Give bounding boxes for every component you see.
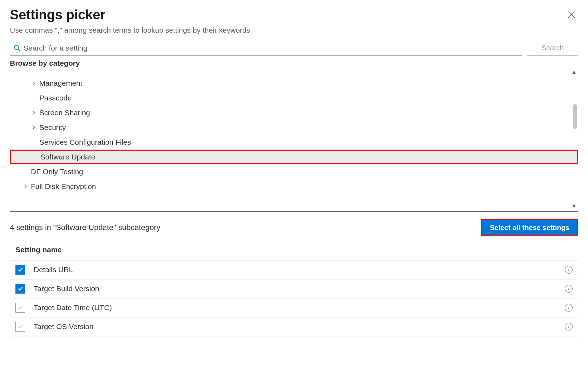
scroll-up-arrow[interactable]: ▲ [571,69,577,75]
setting-checkbox[interactable] [15,265,25,275]
category-label: Full Disk Encryption [31,182,96,191]
setting-row: Target Date Time (UTC)i [10,299,578,317]
svg-line-3 [18,49,20,51]
category-label: Services Configuration Files [39,138,131,146]
setting-checkbox[interactable] [15,303,25,313]
category-item[interactable]: Management [10,76,578,91]
category-label: Passcode [39,94,72,102]
scroll-down-arrow[interactable]: ▼ [571,203,577,209]
category-item[interactable]: Passcode [10,91,578,105]
close-icon [568,11,575,19]
chevron-right-icon [21,184,29,189]
category-label: DF Only Testing [31,168,83,176]
setting-name-column-header: Setting name [10,245,578,261]
setting-row: Details URLi [10,261,578,280]
setting-checkbox[interactable] [15,322,25,332]
setting-name-label: Target Date Time (UTC) [34,303,565,312]
info-icon[interactable]: i [565,266,573,274]
category-item[interactable]: Security [10,120,578,135]
setting-row: Target OS Versioni [10,317,578,336]
info-icon[interactable]: i [565,304,573,312]
search-button[interactable]: Search [527,41,578,55]
browse-by-category-label: Browse by category [10,59,578,67]
setting-name-label: Target OS Version [34,322,565,331]
page-subtitle: Use commas "," among search terms to loo… [10,26,578,34]
info-icon[interactable]: i [565,323,573,330]
chevron-right-icon [29,125,38,130]
setting-row: Target Build Versioni [10,280,578,299]
category-label: Software Update [40,153,95,161]
search-input[interactable] [24,44,518,52]
chevron-right-icon [29,81,38,85]
setting-name-label: Target Build Version [34,284,565,293]
scroll-thumb[interactable] [573,104,577,129]
category-label: Security [39,123,66,132]
category-item[interactable]: Services Configuration Files [10,135,578,150]
category-item[interactable]: Software Update [10,150,578,164]
svg-point-2 [14,45,19,50]
info-icon[interactable]: i [565,285,573,293]
search-input-container[interactable] [10,41,522,55]
setting-checkbox[interactable] [15,284,25,294]
chevron-right-icon [29,111,38,115]
category-item[interactable]: DF Only Testing [10,164,578,179]
page-title: Settings picker [10,7,105,23]
category-item[interactable]: Screen Sharing [10,105,578,120]
section-divider [10,211,578,212]
search-icon [14,45,21,52]
setting-name-label: Details URL [34,266,565,274]
subcategory-summary: 4 settings in "Software Update" subcateg… [10,223,160,232]
category-label: Screen Sharing [39,109,90,117]
category-tree: ▲ ▼ ManagementPasscodeScreen SharingSecu… [10,69,578,209]
select-all-button[interactable]: Select all these settings [481,219,578,236]
category-label: Management [39,79,82,87]
category-item[interactable]: Full Disk Encryption [10,179,578,194]
close-button[interactable] [565,8,578,22]
